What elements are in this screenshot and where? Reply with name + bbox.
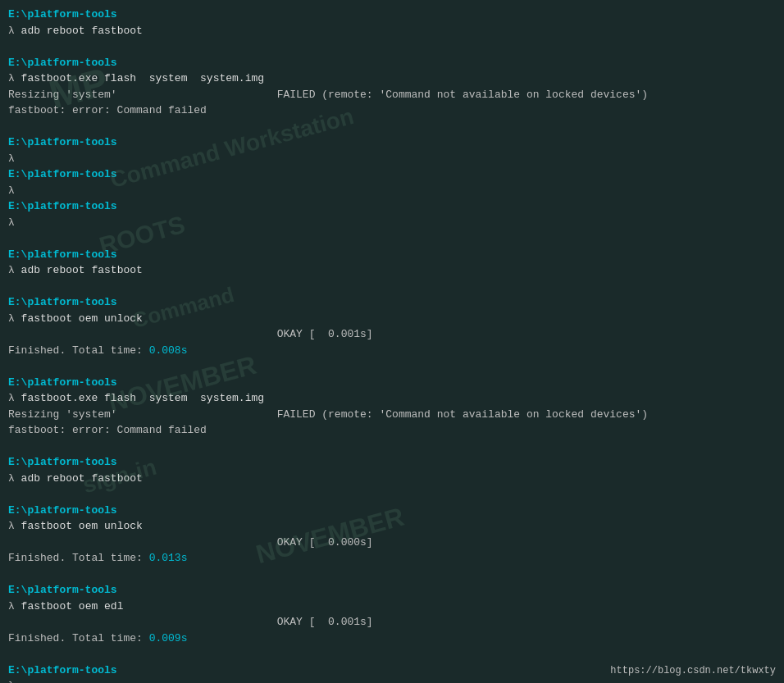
prompt-path: E:\platform-tools <box>8 168 117 180</box>
error-text: Resizing 'system' FAILED (remote: 'Comma… <box>8 408 648 421</box>
error-text: Resizing 'system' FAILED (remote: 'Comma… <box>8 89 648 101</box>
prompt-path: E:\platform-tools <box>8 504 117 517</box>
terminal-line: fastboot: error: Command failed <box>8 422 776 439</box>
prompt-path: E:\platform-tools <box>8 456 117 468</box>
terminal-line: Finished. Total time: 0.009s <box>8 631 776 647</box>
prompt-path: E:\platform-tools <box>8 376 117 389</box>
finished-text: Finished. Total time: <box>8 552 149 564</box>
terminal-line <box>8 230 776 247</box>
terminal-line: OKAY [ 0.001s] <box>8 614 776 631</box>
prompt-arrow: λ <box>8 680 15 683</box>
cmd-text: adb reboot fastboot <box>15 25 143 37</box>
terminal-line: Finished. Total time: 0.013s <box>8 550 776 567</box>
terminal-line: λ <box>8 183 776 199</box>
terminal-line: λ fastboot oem unlock <box>8 311 776 327</box>
prompt-arrow: λ <box>8 184 15 197</box>
terminal-line <box>8 358 776 375</box>
cmd-text: fastboot.exe flash system system.img <box>15 72 264 84</box>
prompt-arrow: λ <box>8 153 15 165</box>
terminal-line: Resizing 'system' FAILED (remote: 'Comma… <box>8 87 776 103</box>
time-value: 0.008s <box>149 344 188 357</box>
terminal-line <box>8 567 776 583</box>
terminal-line <box>8 486 776 503</box>
terminal-window: MP Command Workstation ROOTS Command NOV… <box>0 0 784 683</box>
terminal-line: λ adb reboot fastboot <box>8 262 776 279</box>
time-value: 0.009s <box>149 632 188 644</box>
terminal-line: E:\platform-tools <box>8 247 776 263</box>
cmd-text: adb reboot fastboot <box>15 264 143 276</box>
prompt-path: E:\platform-tools <box>8 584 117 596</box>
terminal-line: E:\platform-tools <box>8 503 776 519</box>
terminal-line: E:\platform-tools <box>8 294 776 311</box>
okay-text: OKAY [ 0.001s] <box>8 328 373 340</box>
terminal-line: OKAY [ 0.001s] <box>8 326 776 343</box>
prompt-path: E:\platform-tools <box>8 664 117 676</box>
cmd-text: fastboot oem unlock <box>15 312 143 325</box>
cmd-text: fastboot oem edl <box>15 600 124 612</box>
terminal-line: λ adb reboot fastboot <box>8 23 776 39</box>
terminal-line: Resizing 'system' FAILED (remote: 'Comma… <box>8 407 776 423</box>
prompt-path: E:\platform-tools <box>8 200 117 212</box>
terminal-line: fastboot: error: Command failed <box>8 102 776 119</box>
terminal-line <box>8 39 776 55</box>
prompt-path: E:\platform-tools <box>8 248 117 261</box>
time-value: 0.013s <box>149 552 188 564</box>
terminal-line <box>8 439 776 455</box>
prompt-arrow: λ <box>8 392 15 404</box>
terminal-line: E:\platform-tools <box>8 166 776 183</box>
okay-text: OKAY [ 0.000s] <box>8 536 373 549</box>
terminal-line: λ fastboot.exe flash system system.img <box>8 390 776 407</box>
prompt-path: E:\platform-tools <box>8 296 117 308</box>
terminal-line <box>8 119 776 135</box>
prompt-arrow: λ <box>8 25 15 37</box>
terminal-line: E:\platform-tools <box>8 198 776 215</box>
terminal-line: λ fastboot oem edl <box>8 599 776 615</box>
terminal-line: λ adb reboot fastboot <box>8 471 776 487</box>
terminal-line: E:\platform-tools <box>8 55 776 71</box>
terminal-line: E:\platform-tools <box>8 454 776 471</box>
terminal-line <box>8 279 776 295</box>
prompt-path: E:\platform-tools <box>8 8 117 20</box>
prompt-arrow: λ <box>8 600 15 612</box>
prompt-arrow: λ <box>8 216 15 229</box>
cmd-text: fastboot.exe flash system system.img <box>15 392 264 404</box>
terminal-line: Finished. Total time: 0.008s <box>8 343 776 359</box>
prompt-arrow: λ <box>8 312 15 325</box>
prompt-path: E:\platform-tools <box>8 136 117 148</box>
terminal-line: E:\platform-tools <box>8 582 776 599</box>
cmd-text: fastboot oem unlock <box>15 520 143 532</box>
cmd-text: adb reboot fastboot <box>15 472 143 485</box>
prompt-arrow: λ <box>8 264 15 276</box>
terminal-content: E:\platform-toolsλ adb reboot fastboot E… <box>8 7 776 683</box>
finished-text: Finished. Total time: <box>8 344 149 357</box>
terminal-line: E:\platform-tools <box>8 375 776 391</box>
error-text: fastboot: error: Command failed <box>8 424 207 436</box>
okay-text: OKAY [ 0.001s] <box>8 616 373 628</box>
terminal-line: E:\platform-tools <box>8 134 776 151</box>
prompt-arrow: λ <box>8 472 15 485</box>
terminal-line: λ <box>8 215 776 231</box>
terminal-line <box>8 646 776 663</box>
terminal-line: OKAY [ 0.000s] <box>8 535 776 551</box>
footer-url: https://blog.csdn.net/tkwxty <box>610 665 776 676</box>
finished-text: Finished. Total time: <box>8 632 149 644</box>
prompt-arrow: λ <box>8 520 15 532</box>
error-text: fastboot: error: Command failed <box>8 104 207 116</box>
terminal-line: λ <box>8 151 776 167</box>
terminal-line: E:\platform-tools <box>8 7 776 23</box>
prompt-path: E:\platform-tools <box>8 57 117 69</box>
terminal-line: λ fastboot.exe flash system system.img <box>8 71 776 87</box>
terminal-line: λ <box>8 678 776 683</box>
prompt-arrow: λ <box>8 72 15 84</box>
terminal-line: λ fastboot oem unlock <box>8 518 776 535</box>
